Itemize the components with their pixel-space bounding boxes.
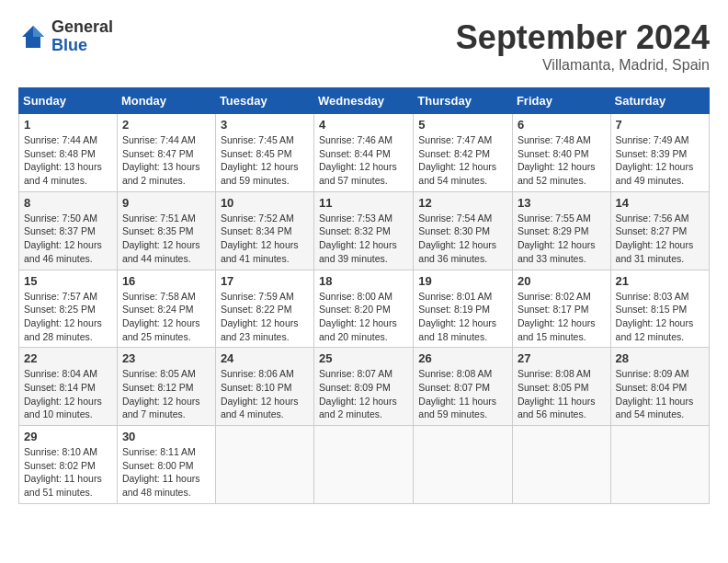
day-number: 28 [616, 351, 704, 365]
day-info: Sunrise: 7:46 AM Sunset: 8:44 PM Dayligh… [319, 133, 408, 188]
sunrise-time: 7:45 AM [258, 134, 294, 145]
sunrise-time: 8:04 AM [62, 368, 97, 379]
sunrise-time: 8:08 AM [555, 368, 591, 379]
day-number: 29 [24, 430, 112, 443]
day-info: Sunrise: 8:05 AM Sunset: 8:12 PM Dayligh… [122, 367, 210, 421]
sunrise-time: 7:56 AM [654, 213, 689, 224]
sunset-time: 8:47 PM [157, 148, 193, 159]
sunrise-time: 7:53 AM [357, 213, 392, 224]
sunset-time: 8:02 PM [60, 460, 96, 471]
daylight-label: Daylight: 12 hours and 57 minutes. [319, 161, 397, 186]
daylight-label: Daylight: 12 hours and 23 minutes. [221, 317, 299, 342]
col-sunday: Sunday [19, 88, 118, 114]
page-header: General Blue September 2024 Villamanta, … [18, 18, 710, 74]
day-info: Sunrise: 7:53 AM Sunset: 8:32 PM Dayligh… [319, 212, 408, 266]
day-number: 23 [122, 351, 210, 365]
sunset-label: Sunset: [221, 225, 256, 236]
day-info: Sunrise: 8:01 AM Sunset: 8:19 PM Dayligh… [418, 290, 507, 344]
sunrise-time: 7:48 AM [555, 134, 591, 145]
day-number: 15 [24, 274, 112, 288]
sunset-label: Sunset: [122, 382, 158, 393]
sunrise-time: 7:58 AM [160, 291, 196, 302]
table-row: 24 Sunrise: 8:06 AM Sunset: 8:10 PM Dayl… [215, 348, 313, 426]
day-info: Sunrise: 7:56 AM Sunset: 8:27 PM Dayligh… [616, 212, 704, 266]
logo-blue-text: Blue [51, 37, 113, 55]
daylight-label: Daylight: 12 hours and 28 minutes. [24, 317, 102, 342]
daylight-label: Daylight: 12 hours and 46 minutes. [24, 239, 102, 264]
sunset-time: 8:27 PM [651, 225, 687, 236]
daylight-label: Daylight: 12 hours and 31 minutes. [616, 239, 694, 264]
daylight-label: Daylight: 11 hours and 54 minutes. [616, 396, 694, 420]
sunrise-label: Sunrise: [221, 213, 258, 224]
table-row: 23 Sunrise: 8:05 AM Sunset: 8:12 PM Dayl… [117, 348, 215, 426]
sunrise-time: 8:05 AM [160, 368, 196, 379]
sunset-time: 8:07 PM [454, 382, 490, 393]
sunset-time: 8:45 PM [256, 148, 291, 159]
day-info: Sunrise: 7:58 AM Sunset: 8:24 PM Dayligh… [122, 290, 210, 344]
sunset-label: Sunset: [24, 148, 60, 159]
sunset-time: 8:30 PM [454, 225, 490, 236]
table-row: 16 Sunrise: 7:58 AM Sunset: 8:24 PM Dayl… [117, 270, 215, 348]
daylight-label: Daylight: 12 hours and 20 minutes. [319, 317, 397, 342]
daylight-label: Daylight: 12 hours and 41 minutes. [221, 239, 299, 264]
day-number: 10 [221, 196, 309, 210]
day-number: 25 [319, 351, 408, 365]
sunrise-label: Sunrise: [518, 134, 555, 145]
day-number: 8 [24, 196, 112, 210]
day-info: Sunrise: 8:00 AM Sunset: 8:20 PM Dayligh… [319, 290, 408, 344]
sunset-label: Sunset: [616, 304, 652, 315]
sunrise-time: 8:07 AM [357, 368, 392, 379]
col-wednesday: Wednesday [314, 88, 414, 114]
sunset-time: 8:34 PM [256, 225, 291, 236]
daylight-label: Daylight: 12 hours and 4 minutes. [221, 396, 299, 420]
sunrise-label: Sunrise: [418, 291, 456, 302]
day-info: Sunrise: 7:51 AM Sunset: 8:35 PM Dayligh… [122, 212, 210, 266]
day-info: Sunrise: 8:06 AM Sunset: 8:10 PM Dayligh… [221, 367, 309, 421]
daylight-label: Daylight: 12 hours and 15 minutes. [518, 317, 596, 342]
table-row: 10 Sunrise: 7:52 AM Sunset: 8:34 PM Dayl… [215, 191, 313, 270]
table-row: 21 Sunrise: 8:03 AM Sunset: 8:15 PM Dayl… [610, 270, 709, 348]
day-number: 17 [221, 274, 309, 288]
daylight-label: Daylight: 12 hours and 7 minutes. [122, 396, 200, 420]
sunset-time: 8:39 PM [651, 148, 687, 159]
day-info: Sunrise: 7:48 AM Sunset: 8:40 PM Dayligh… [518, 133, 606, 188]
col-friday: Friday [512, 88, 610, 114]
sunset-time: 8:12 PM [157, 382, 193, 393]
table-row [512, 426, 610, 504]
sunset-label: Sunset: [518, 382, 553, 393]
daylight-label: Daylight: 11 hours and 56 minutes. [518, 396, 596, 420]
day-number: 26 [418, 351, 507, 365]
calendar-row: 8 Sunrise: 7:50 AM Sunset: 8:37 PM Dayli… [19, 191, 710, 270]
sunrise-label: Sunrise: [418, 213, 456, 224]
day-info: Sunrise: 7:47 AM Sunset: 8:42 PM Dayligh… [418, 133, 507, 188]
sunrise-time: 7:59 AM [258, 291, 294, 302]
sunrise-time: 8:00 AM [357, 291, 392, 302]
sunset-time: 8:40 PM [552, 148, 588, 159]
table-row: 20 Sunrise: 8:02 AM Sunset: 8:17 PM Dayl… [512, 270, 610, 348]
table-row: 1 Sunrise: 7:44 AM Sunset: 8:48 PM Dayli… [19, 114, 118, 192]
day-number: 11 [319, 196, 408, 210]
day-number: 19 [418, 274, 507, 288]
col-monday: Monday [117, 88, 215, 114]
day-number: 4 [319, 118, 408, 132]
table-row: 14 Sunrise: 7:56 AM Sunset: 8:27 PM Dayl… [610, 191, 709, 270]
calendar-header-row: Sunday Monday Tuesday Wednesday Thursday… [19, 88, 710, 114]
daylight-label: Daylight: 11 hours and 51 minutes. [24, 473, 102, 498]
daylight-label: Daylight: 12 hours and 49 minutes. [616, 161, 694, 186]
calendar-row: 22 Sunrise: 8:04 AM Sunset: 8:14 PM Dayl… [19, 348, 710, 426]
sunrise-label: Sunrise: [122, 213, 160, 224]
sunrise-time: 7:46 AM [357, 134, 392, 145]
sunrise-label: Sunrise: [122, 368, 160, 379]
table-row: 7 Sunrise: 7:49 AM Sunset: 8:39 PM Dayli… [610, 114, 709, 192]
table-row: 26 Sunrise: 8:08 AM Sunset: 8:07 PM Dayl… [414, 348, 513, 426]
day-info: Sunrise: 8:02 AM Sunset: 8:17 PM Dayligh… [518, 290, 606, 344]
sunrise-label: Sunrise: [518, 368, 555, 379]
sunrise-time: 7:51 AM [160, 213, 196, 224]
sunset-time: 8:20 PM [355, 304, 391, 315]
daylight-label: Daylight: 12 hours and 25 minutes. [122, 317, 200, 342]
sunrise-time: 7:50 AM [62, 213, 97, 224]
daylight-label: Daylight: 12 hours and 54 minutes. [418, 161, 496, 186]
sunset-label: Sunset: [122, 225, 158, 236]
table-row: 25 Sunrise: 8:07 AM Sunset: 8:09 PM Dayl… [314, 348, 414, 426]
sunset-time: 8:09 PM [355, 382, 391, 393]
